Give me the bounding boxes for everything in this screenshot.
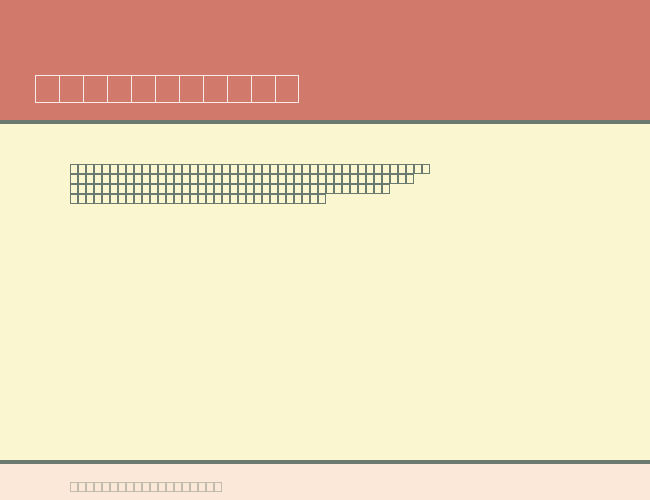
text-char bbox=[382, 184, 390, 194]
text-char bbox=[366, 164, 374, 174]
text-char bbox=[190, 164, 198, 174]
text-char bbox=[182, 194, 190, 204]
text-char bbox=[302, 174, 310, 184]
footer-text-placeholder bbox=[70, 482, 650, 492]
text-char bbox=[86, 174, 94, 184]
text-char bbox=[166, 184, 174, 194]
text-char bbox=[134, 184, 142, 194]
text-char bbox=[134, 194, 142, 204]
text-char bbox=[206, 184, 214, 194]
header-title-char bbox=[83, 75, 107, 103]
text-char bbox=[302, 194, 310, 204]
text-char bbox=[398, 164, 406, 174]
header-banner bbox=[0, 0, 650, 120]
text-char bbox=[294, 184, 302, 194]
footer-char bbox=[126, 482, 134, 492]
text-char bbox=[358, 184, 366, 194]
text-char bbox=[118, 164, 126, 174]
text-char bbox=[110, 194, 118, 204]
text-char bbox=[166, 164, 174, 174]
text-char bbox=[198, 184, 206, 194]
footer-char bbox=[94, 482, 102, 492]
text-char bbox=[414, 164, 422, 174]
text-line bbox=[70, 194, 650, 204]
text-char bbox=[86, 194, 94, 204]
text-char bbox=[174, 184, 182, 194]
text-char bbox=[318, 184, 326, 194]
text-char bbox=[374, 184, 382, 194]
text-char bbox=[350, 164, 358, 174]
text-char bbox=[94, 174, 102, 184]
footer-char bbox=[110, 482, 118, 492]
text-char bbox=[102, 164, 110, 174]
text-char bbox=[206, 174, 214, 184]
text-char bbox=[102, 184, 110, 194]
footer-char bbox=[86, 482, 94, 492]
header-title-char bbox=[131, 75, 155, 103]
text-char bbox=[126, 174, 134, 184]
text-char bbox=[294, 194, 302, 204]
text-char bbox=[318, 174, 326, 184]
text-char bbox=[102, 174, 110, 184]
header-title-char bbox=[35, 75, 59, 103]
footer-char bbox=[142, 482, 150, 492]
text-char bbox=[294, 174, 302, 184]
text-char bbox=[142, 184, 150, 194]
text-char bbox=[190, 174, 198, 184]
text-char bbox=[182, 164, 190, 174]
text-char bbox=[238, 194, 246, 204]
text-char bbox=[166, 194, 174, 204]
text-line bbox=[70, 184, 650, 194]
text-char bbox=[406, 174, 414, 184]
text-char bbox=[326, 164, 334, 174]
text-char bbox=[222, 194, 230, 204]
text-char bbox=[142, 194, 150, 204]
text-char bbox=[262, 164, 270, 174]
text-char bbox=[246, 184, 254, 194]
footer-section bbox=[0, 460, 650, 500]
text-char bbox=[78, 184, 86, 194]
text-char bbox=[214, 184, 222, 194]
text-char bbox=[126, 194, 134, 204]
text-char bbox=[110, 184, 118, 194]
text-char bbox=[158, 164, 166, 174]
text-char bbox=[246, 174, 254, 184]
text-char bbox=[326, 174, 334, 184]
text-char bbox=[134, 174, 142, 184]
text-char bbox=[286, 194, 294, 204]
text-char bbox=[118, 174, 126, 184]
text-char bbox=[142, 164, 150, 174]
text-char bbox=[270, 164, 278, 174]
text-char bbox=[318, 194, 326, 204]
text-char bbox=[422, 164, 430, 174]
text-char bbox=[78, 174, 86, 184]
footer-char bbox=[182, 482, 190, 492]
footer-char bbox=[174, 482, 182, 492]
header-title-char bbox=[251, 75, 275, 103]
footer-char bbox=[166, 482, 174, 492]
footer-char bbox=[158, 482, 166, 492]
text-char bbox=[374, 174, 382, 184]
text-char bbox=[278, 194, 286, 204]
footer-char bbox=[78, 482, 86, 492]
header-title-char bbox=[203, 75, 227, 103]
text-char bbox=[182, 184, 190, 194]
text-char bbox=[158, 184, 166, 194]
text-char bbox=[342, 184, 350, 194]
text-char bbox=[86, 184, 94, 194]
text-char bbox=[150, 184, 158, 194]
text-char bbox=[318, 164, 326, 174]
text-char bbox=[230, 184, 238, 194]
text-char bbox=[278, 164, 286, 174]
text-line bbox=[70, 174, 650, 184]
text-char bbox=[94, 184, 102, 194]
text-char bbox=[190, 184, 198, 194]
footer-char bbox=[102, 482, 110, 492]
footer-char bbox=[190, 482, 198, 492]
text-char bbox=[262, 194, 270, 204]
text-char bbox=[286, 164, 294, 174]
text-char bbox=[286, 174, 294, 184]
text-char bbox=[310, 184, 318, 194]
footer-char bbox=[150, 482, 158, 492]
text-char bbox=[358, 164, 366, 174]
